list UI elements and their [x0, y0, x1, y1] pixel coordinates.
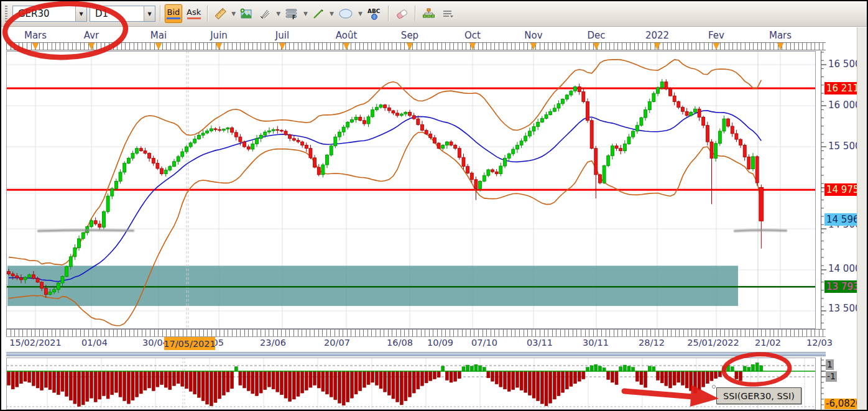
draw-ellipse-icon	[338, 7, 353, 20]
bid-button[interactable]: Bid	[165, 4, 182, 23]
draw-line-icon	[312, 7, 325, 20]
moving-average-line[interactable]	[9, 111, 761, 282]
month-label: 2022	[645, 30, 669, 41]
add-text-button[interactable]: ABC	[365, 4, 384, 23]
pitchfork-icon	[259, 7, 271, 20]
symbol-combobox[interactable]: GER30 ▼	[12, 6, 87, 22]
chart-toolbar: GER30 ▼ D1 ▼ Bid Ask ▼ ▼ F ▼	[1, 1, 867, 27]
svg-text:F: F	[292, 15, 295, 20]
month-label: Oct	[464, 30, 481, 41]
line-tool-button[interactable]	[310, 4, 326, 23]
object-tree-icon	[422, 7, 435, 20]
object-manager-button[interactable]	[420, 4, 437, 23]
ssi-indicator-chart[interactable]	[6, 358, 816, 410]
month-marker-triangle	[155, 43, 162, 50]
ellipse-tool-button[interactable]	[336, 4, 355, 23]
month-marker-triangle	[407, 43, 413, 50]
timeframe-combobox[interactable]: D1 ▼	[90, 6, 155, 22]
fibonacci-dropdown-icon[interactable]: ▼	[303, 11, 308, 17]
bottom-axis-ruler	[6, 329, 826, 337]
month-marker-triangle	[343, 43, 349, 50]
month-marker-triangle	[469, 43, 476, 50]
ruler-dropdown-icon[interactable]: ▼	[231, 11, 236, 17]
price-axis-label: 14 000	[828, 263, 861, 274]
teal-zone[interactable]	[7, 266, 738, 306]
month-marker-triangle	[654, 43, 660, 50]
panel-splitter[interactable]	[6, 352, 826, 356]
toolbar-separator	[160, 6, 160, 22]
bid-underline	[167, 17, 180, 19]
gray-hand-drawn-line	[39, 230, 133, 231]
add-text-abc-icon: ABC	[367, 7, 382, 21]
gray-hand-drawn-line	[735, 230, 786, 231]
month-marker-triangle	[530, 43, 537, 50]
month-label: Nov	[524, 30, 542, 41]
ask-underline	[187, 17, 201, 19]
price-axis-label: 13 500	[828, 303, 861, 314]
date-label: 12/03	[806, 338, 833, 348]
date-label: 20/07	[324, 338, 350, 348]
timeframe-dropdown-icon[interactable]: ▼	[144, 6, 155, 21]
bollinger-band-line[interactable]	[9, 60, 761, 265]
month-marker-triangle	[279, 43, 285, 50]
line-dropdown-icon[interactable]: ▼	[330, 11, 334, 17]
selected-date-highlight[interactable]: 17/05/2021	[164, 337, 215, 350]
month-label: Mai	[150, 30, 167, 41]
month-label: Dec	[587, 30, 605, 41]
month-label: Fev	[708, 30, 724, 41]
date-label: 23/06	[260, 338, 286, 348]
ruler-tool-button[interactable]	[212, 4, 228, 23]
ruler-icon	[214, 7, 226, 20]
bid-label: Bid	[167, 8, 180, 17]
month-marker-triangle	[713, 43, 719, 50]
eraser-button[interactable]	[393, 4, 410, 23]
month-label: Mars	[24, 30, 47, 41]
month-label: Juin	[210, 30, 228, 41]
right-margin-strip	[857, 27, 867, 410]
ssi-tooltip-handle[interactable]	[712, 385, 716, 389]
eraser-icon	[395, 7, 409, 20]
month-label: Mars	[769, 30, 792, 41]
toolbar-grip-handle[interactable]	[5, 6, 7, 22]
ask-label: Ask	[187, 8, 201, 17]
month-label: Août	[336, 30, 358, 41]
toolbar-separator	[415, 6, 415, 22]
candlestick-chart[interactable]	[6, 51, 816, 329]
date-axis[interactable]: 15/02/202101/0430/0428/0523/0620/0716/08…	[6, 337, 833, 351]
insert-image-icon	[240, 8, 252, 19]
month-label: Sep	[401, 30, 418, 41]
date-label: 10/09	[427, 338, 453, 348]
price-axis-label: 16 000	[828, 99, 861, 111]
top-time-axis[interactable]: MarsAvrMaiJuinJuilAoûtSepOctNovDec2022Fe…	[6, 27, 826, 51]
fibonacci-tool-button[interactable]: F	[283, 4, 300, 23]
date-label: 30/11	[583, 338, 609, 348]
pitchfork-tool-button[interactable]	[257, 4, 273, 23]
pitchfork-dropdown-icon[interactable]: ▼	[276, 11, 280, 17]
date-label: 28/12	[639, 338, 665, 348]
ssi-plus-one-badge: 1	[826, 359, 834, 370]
month-marker-triangle	[88, 43, 95, 50]
top-axis-ruler	[6, 42, 826, 50]
ssi-bars[interactable]	[7, 363, 763, 407]
date-label: 07/10	[471, 338, 497, 348]
month-label: Juil	[275, 30, 289, 41]
insert-image-button[interactable]	[238, 4, 254, 23]
chart-options-button[interactable]	[440, 4, 456, 23]
date-label: 15/02/2021	[9, 338, 62, 348]
ask-button[interactable]: Ask	[185, 4, 203, 23]
fibonacci-levels-icon: F	[285, 7, 298, 20]
symbol-value: GER30	[13, 8, 75, 19]
date-label: 25/01/2022	[687, 338, 739, 348]
price-axis-label: 16 500	[828, 58, 861, 70]
month-label: Avr	[84, 30, 99, 41]
symbol-dropdown-icon[interactable]: ▼	[75, 6, 86, 21]
candles[interactable]	[7, 79, 764, 298]
ellipse-dropdown-icon[interactable]: ▼	[358, 11, 362, 17]
date-label: 16/08	[387, 338, 413, 348]
date-label: 03/11	[527, 338, 553, 348]
toolbar-separator	[388, 6, 389, 22]
month-marker-triangle	[593, 43, 599, 50]
month-marker-triangle	[216, 43, 222, 50]
timeframe-value: D1	[90, 8, 144, 19]
svg-text:ABC: ABC	[367, 8, 381, 14]
